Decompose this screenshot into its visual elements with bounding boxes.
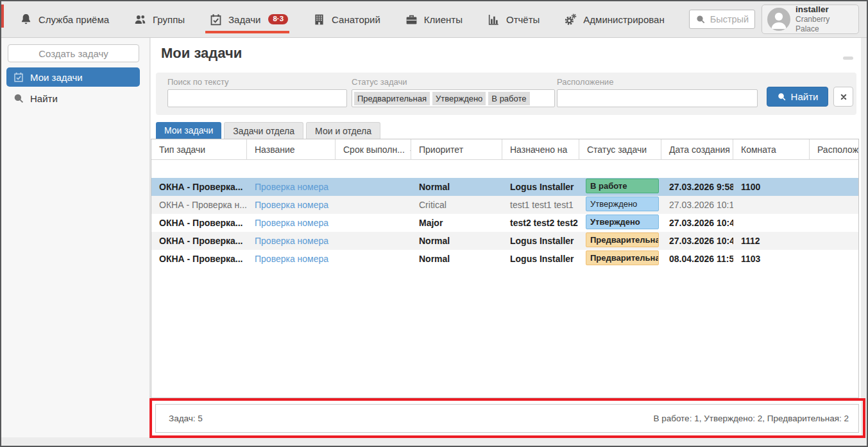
nav-item-clients[interactable]: Клиенты xyxy=(405,1,463,37)
task-title-link[interactable]: Проверка номера xyxy=(247,182,336,192)
nav-item-administration[interactable]: Администрирован xyxy=(564,1,664,37)
nav-item-tasks[interactable]: Задачи8·3 xyxy=(209,1,288,37)
task-type-cell: ОКНА - Проверка... xyxy=(151,254,247,264)
task-title-link[interactable]: Проверка номера xyxy=(247,200,336,210)
column-header-label: Комната xyxy=(741,145,776,155)
calendar-check-icon xyxy=(13,71,24,83)
column-header-label: Дата создания xyxy=(669,145,730,155)
search-icon xyxy=(695,14,706,24)
column-header[interactable]: Тип задачи xyxy=(151,139,247,159)
sidebar-item-label: Найти xyxy=(30,93,58,104)
clear-filters-button[interactable] xyxy=(833,87,853,107)
task-row[interactable]: ОКНА - Проверка...Проверка номераNormalL… xyxy=(151,232,858,250)
search-icon xyxy=(777,92,787,101)
sidebar-items: Мои задачиНайти xyxy=(1,67,149,108)
task-created-cell: 27.03.2026 10:17 xyxy=(661,200,733,210)
task-status-cell: Предварительная xyxy=(579,250,661,267)
filter-location-input[interactable] xyxy=(557,89,758,107)
app-window: { "nav": { "items": [ { "id": "reception… xyxy=(0,0,868,447)
column-header[interactable]: Дата создания xyxy=(661,139,733,159)
briefcase-icon xyxy=(405,13,418,26)
nav-item-label: Клиенты xyxy=(424,14,463,25)
task-created-cell: 27.03.2026 10:43 xyxy=(661,218,733,228)
task-assignee-cell: Logus Installer xyxy=(502,236,579,246)
avatar xyxy=(767,8,790,31)
filter-text-group: Поиск по тексту xyxy=(167,77,347,107)
active-nav-underline xyxy=(205,31,289,33)
task-title-link[interactable]: Проверка номера xyxy=(247,236,336,246)
nav-item-groups[interactable]: Группы xyxy=(133,1,185,37)
column-header[interactable]: Приоритет xyxy=(411,139,502,159)
task-priority-cell: Normal xyxy=(411,182,502,192)
task-row[interactable]: ОКНА - Проверка н...Проверка номераCriti… xyxy=(151,196,858,214)
status-filter-tag[interactable]: Предварительная xyxy=(354,92,430,105)
tab-my-tasks[interactable]: Мои задачи xyxy=(156,122,221,139)
column-header[interactable]: Располож... xyxy=(810,139,858,159)
task-assignee-cell: test2 test2 test2 xyxy=(502,218,579,228)
task-priority-cell: Major xyxy=(411,218,502,228)
status-filter-tag[interactable]: Утверждено xyxy=(432,92,486,105)
task-status-cell: В работе xyxy=(579,179,661,195)
task-assignee-cell: test1 test1 test1 xyxy=(502,200,579,210)
table-body: ОКНА - Проверка...Проверка номераNormalL… xyxy=(151,160,858,268)
filter-status-label: Статус задачи xyxy=(352,77,555,87)
user-card[interactable]: installer Cranberry Palace xyxy=(762,4,859,34)
quick-search-box[interactable] xyxy=(689,10,755,29)
nav-item-label: Группы xyxy=(153,14,185,25)
task-room-cell: 1112 xyxy=(733,236,810,246)
nav-item-sanatorium[interactable]: Санаторий xyxy=(312,1,380,37)
column-header[interactable]: Статус задачи xyxy=(579,139,661,159)
table-footer: Задач: 5 В работе: 1, Утверждено: 2, Пре… xyxy=(155,404,859,433)
find-button[interactable]: Найти xyxy=(767,87,828,107)
status-filter-tag[interactable]: В работе xyxy=(488,92,529,105)
task-row[interactable]: ОКНА - Проверка...Проверка номераNormalL… xyxy=(151,250,858,268)
task-priority-cell: Critical xyxy=(411,200,502,210)
quick-search-input[interactable] xyxy=(710,14,749,24)
filter-location-group: Расположение xyxy=(557,77,758,107)
column-header[interactable]: Срок выполн... xyxy=(336,139,411,159)
task-room-cell: 1103 xyxy=(733,254,810,264)
task-room-cell: 1100 xyxy=(733,182,810,192)
nav-item-reports[interactable]: Отчёты xyxy=(487,1,540,37)
column-header-label: Тип задачи xyxy=(159,145,205,155)
task-row[interactable]: ОКНА - Проверка...Проверка номераMajorte… xyxy=(151,214,858,232)
column-header[interactable]: Назначено на xyxy=(502,139,579,159)
create-task-button[interactable]: Создать задачу xyxy=(8,44,139,62)
task-title-link[interactable]: Проверка номера xyxy=(247,218,336,228)
task-type-cell: ОКНА - Проверка... xyxy=(151,182,247,192)
column-header[interactable]: Название xyxy=(247,139,336,159)
filter-panel: Поиск по тексту Статус задачи Предварите… xyxy=(156,73,856,115)
sidebar-item-my-tasks[interactable]: Мои задачи xyxy=(6,67,140,87)
nav-items: Служба приёмаГруппыЗадачи8·3СанаторийКли… xyxy=(19,1,689,37)
nav-item-label: Администрирован xyxy=(583,14,664,25)
task-assignee-cell: Logus Installer xyxy=(502,254,579,264)
tab-my-and-department[interactable]: Мои и отдела xyxy=(306,122,380,139)
users-icon xyxy=(133,13,147,26)
status-badge: Предварительная xyxy=(586,232,659,247)
page-title: Мои задачи xyxy=(161,45,242,62)
task-title-link[interactable]: Проверка номера xyxy=(247,254,336,264)
column-header[interactable]: Комната xyxy=(733,139,810,159)
tab-department-tasks[interactable]: Задачи отдела xyxy=(224,122,303,139)
building-icon xyxy=(312,13,326,26)
task-row[interactable]: ОКНА - Проверка...Проверка номераNormalL… xyxy=(151,178,858,196)
nav-item-label: Служба приёма xyxy=(38,14,109,25)
column-header-label: Название xyxy=(255,145,295,155)
task-status-cell: Утверждено xyxy=(579,197,661,213)
task-created-cell: 27.03.2026 9:58 xyxy=(661,182,733,192)
filter-text-input[interactable] xyxy=(167,89,347,107)
nav-item-reception[interactable]: Служба приёма xyxy=(19,1,109,37)
tasks-table: Тип задачиНазваниеСрок выполн...Приорите… xyxy=(151,139,859,398)
collapse-handle[interactable] xyxy=(843,57,853,60)
filter-status-field[interactable]: ПредварительнаяУтвержденоВ работе xyxy=(352,89,555,107)
sidebar-item-find[interactable]: Найти xyxy=(6,89,140,108)
task-status-cell: Предварительная xyxy=(579,232,661,249)
user-name: installer xyxy=(796,4,853,15)
status-badge: Предварительная xyxy=(586,250,659,265)
find-button-label: Найти xyxy=(791,91,819,102)
status-badge: Утверждено xyxy=(586,197,659,211)
close-icon xyxy=(839,92,848,101)
status-summary: В работе: 1, Утверждено: 2, Предваритель… xyxy=(653,414,849,423)
column-header-label: Назначено на xyxy=(510,145,567,155)
task-priority-cell: Normal xyxy=(411,254,502,264)
